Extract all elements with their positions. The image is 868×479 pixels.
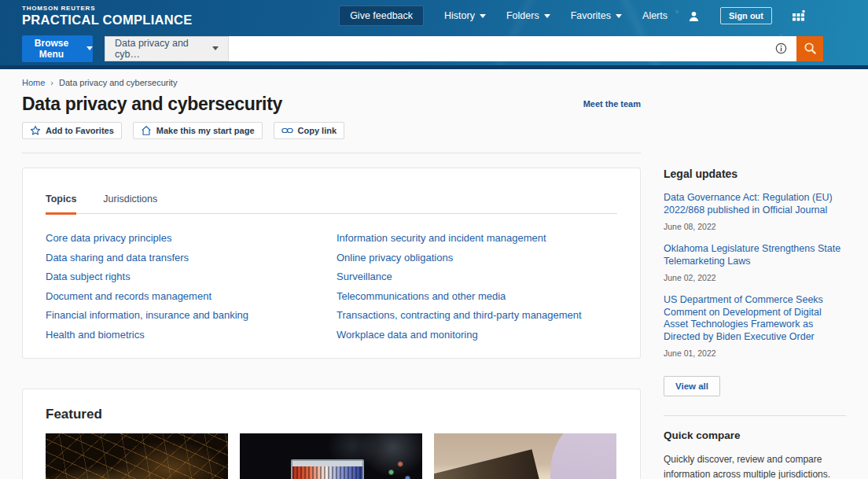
page-header-area: Home › Data privacy and cybersecurity Da… <box>22 78 641 153</box>
brand-product: PRACTICAL COMPLIANCE <box>22 13 193 27</box>
topic-link[interactable]: Surveillance <box>337 271 617 282</box>
main-column: Topics Jurisdictions Core data privacy p… <box>22 168 641 479</box>
topic-link[interactable]: Online privacy obligations <box>337 252 617 263</box>
legal-update-link[interactable]: Oklahoma Legislature Strengthens State T… <box>664 243 846 267</box>
tab-jurisdictions[interactable]: Jurisdictions <box>103 193 157 213</box>
search-icon <box>804 42 817 55</box>
link-icon <box>281 126 293 135</box>
add-to-favorites-button[interactable]: Add to Favorites <box>22 122 122 139</box>
legal-update-date: June 08, 2022 <box>664 222 846 231</box>
nav-folders[interactable]: Folders <box>506 10 550 21</box>
topic-link[interactable]: Transactions, contracting and third-part… <box>337 310 617 321</box>
caret-down-icon <box>544 14 550 18</box>
legal-update-link[interactable]: US Department of Commerce Seeks Comment … <box>664 294 846 343</box>
legal-update-link[interactable]: Data Governance Act: Regulation (EU) 202… <box>664 192 846 216</box>
search-scope-value: Data privacy and cyb… <box>115 38 212 60</box>
start-page-label: Make this my start page <box>156 126 255 135</box>
search-button[interactable] <box>796 36 823 61</box>
caret-down-icon <box>86 46 93 50</box>
browse-menu-button[interactable]: Browse Menu <box>22 35 93 62</box>
browse-menu-label: Browse Menu <box>22 38 81 60</box>
sidebar-divider <box>664 415 846 416</box>
topics-card: Topics Jurisdictions Core data privacy p… <box>22 168 641 359</box>
top-nav: Give feedback History Folders Favorites … <box>339 6 805 26</box>
view-all-button[interactable]: View all <box>664 376 720 396</box>
featured-heading: Featured <box>46 407 617 422</box>
search-scope-dropdown[interactable]: Data privacy and cyb… <box>105 36 229 61</box>
topic-link[interactable]: Core data privacy principles <box>46 233 337 244</box>
topic-link[interactable]: Data sharing and data transfers <box>46 252 337 263</box>
legal-updates-heading: Legal updates <box>664 168 846 180</box>
brand-logo[interactable]: THOMSON REUTERS PRACTICAL COMPLIANCE <box>22 6 193 27</box>
legal-update-date: June 02, 2022 <box>664 273 846 282</box>
give-feedback-button[interactable]: Give feedback <box>339 6 424 26</box>
topic-link[interactable]: Telecommunications and other media <box>337 291 617 302</box>
sidebar: Legal updates Data Governance Act: Regul… <box>664 168 846 479</box>
star-icon <box>30 125 41 136</box>
topic-link[interactable]: Workplace data and monitoring <box>337 330 617 341</box>
legal-update-item: US Department of Commerce Seeks Comment … <box>664 294 846 358</box>
quick-compare-description: Quickly discover, review and compare inf… <box>664 452 846 479</box>
featured-image-hands-typing[interactable] <box>434 433 616 479</box>
user-icon[interactable] <box>688 10 700 22</box>
home-icon <box>141 125 152 136</box>
legal-update-date: June 01, 2022 <box>664 348 846 358</box>
featured-image-aerial-city-lights[interactable] <box>46 433 228 479</box>
info-icon[interactable] <box>775 42 787 54</box>
nav-alerts[interactable]: Alerts <box>642 10 668 21</box>
breadcrumb-home-link[interactable]: Home <box>22 78 45 87</box>
tab-bar: Topics Jurisdictions <box>46 193 617 214</box>
featured-card: Featured <box>22 389 641 479</box>
topics-list: Core data privacy principles Data sharin… <box>46 224 617 341</box>
page-actions: Add to Favorites Make this my start page… <box>22 122 641 139</box>
meet-the-team-link[interactable]: Meet the team <box>583 99 641 109</box>
quick-compare-heading: Quick compare <box>664 429 846 441</box>
topic-link[interactable]: Document and records management <box>46 291 337 302</box>
copy-link-label: Copy link <box>298 126 337 135</box>
caret-down-icon <box>480 14 486 18</box>
apps-grid-icon[interactable] <box>793 10 805 22</box>
page-title: Data privacy and cybersecurity <box>22 94 282 115</box>
top-bar: THOMSON REUTERS PRACTICAL COMPLIANCE Giv… <box>0 0 868 31</box>
legal-update-item: Data Governance Act: Regulation (EU) 202… <box>664 192 846 231</box>
featured-images <box>46 433 617 479</box>
topic-link[interactable]: Health and biometrics <box>46 330 337 341</box>
brand-eyebrow: THOMSON REUTERS <box>22 6 193 12</box>
sleeve-graphic <box>550 433 616 479</box>
sign-out-button[interactable]: Sign out <box>720 7 772 24</box>
breadcrumb-chevron-icon: › <box>50 78 53 87</box>
nav-history[interactable]: History <box>444 10 486 21</box>
app-header: THOMSON REUTERS PRACTICAL COMPLIANCE Giv… <box>0 0 868 69</box>
search-input-container <box>229 36 796 61</box>
laptop-screen-graphic <box>291 459 364 479</box>
nav-folders-label: Folders <box>506 10 539 21</box>
breadcrumb: Home › Data privacy and cybersecurity <box>22 78 641 87</box>
nav-history-label: History <box>444 10 475 21</box>
caret-down-icon <box>212 46 219 50</box>
laptop-lid-graphic <box>434 449 543 479</box>
copy-link-button[interactable]: Copy link <box>274 122 345 139</box>
topic-link[interactable]: Information security and incident manage… <box>337 233 617 244</box>
title-row: Data privacy and cybersecurity Meet the … <box>22 94 641 115</box>
content-columns: Topics Jurisdictions Core data privacy p… <box>22 168 868 479</box>
nav-favorites[interactable]: Favorites <box>571 10 622 21</box>
caret-down-icon <box>616 14 622 18</box>
featured-image-laptop-data-chart[interactable] <box>240 433 422 479</box>
topic-link[interactable]: Data subject rights <box>46 271 337 282</box>
nav-alerts-label: Alerts <box>642 10 668 21</box>
topics-column-2: Information security and incident manage… <box>337 224 617 341</box>
search-input[interactable] <box>229 36 775 61</box>
legal-update-item: Oklahoma Legislature Strengthens State T… <box>664 243 846 282</box>
add-to-favorites-label: Add to Favorites <box>46 126 114 135</box>
topics-column-1: Core data privacy principles Data sharin… <box>46 224 337 341</box>
tab-topics[interactable]: Topics <box>46 193 76 213</box>
topic-link[interactable]: Financial information, insurance and ban… <box>46 310 337 321</box>
nav-favorites-label: Favorites <box>571 10 611 21</box>
search-bar: Browse Menu Data privacy and cyb… <box>0 31 868 65</box>
header-divider <box>22 153 641 153</box>
start-page-button[interactable]: Make this my start page <box>133 122 263 139</box>
breadcrumb-current: Data privacy and cybersecurity <box>59 78 177 87</box>
